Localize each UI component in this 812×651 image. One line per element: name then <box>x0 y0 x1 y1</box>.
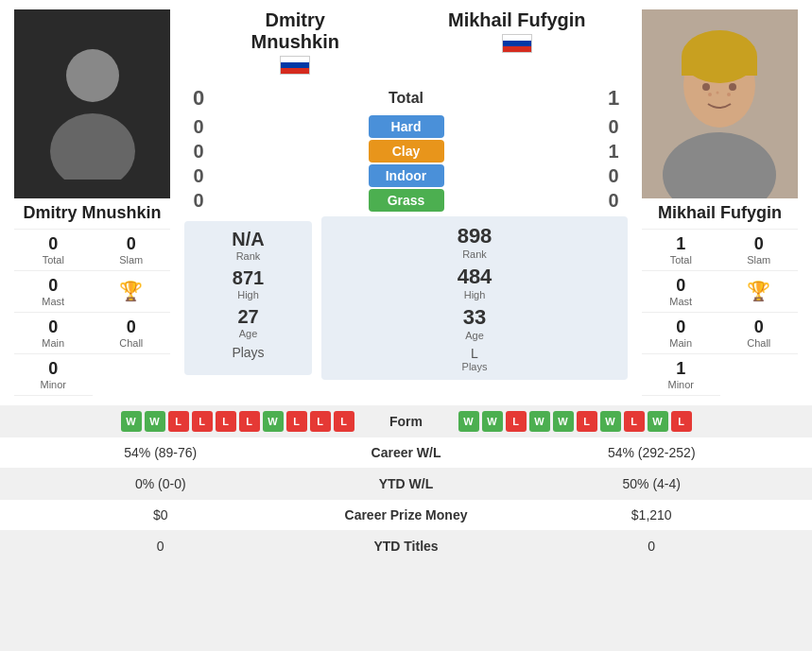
right-form: W W L W W L W L W L <box>449 411 803 432</box>
right-main-stat: 0 Main <box>642 313 720 354</box>
form-badge: W <box>482 411 503 432</box>
right-rank-card: 898 Rank 484 High 33 Age L Plays <box>321 216 628 380</box>
hard-badge: Hard <box>369 115 444 138</box>
surface-rows: 0 Hard 0 0 Clay 1 0 Indoor 0 0 Grass <box>175 115 637 212</box>
left-form: W W L L L L W L L L <box>9 411 364 432</box>
right-player-name: Mikhail Fufygin <box>642 198 798 229</box>
right-player-photo <box>642 9 798 198</box>
left-trophy-cell: 🏆 <box>93 271 171 313</box>
right-mast-stat: 0 Mast <box>642 271 720 313</box>
right-flag-icon <box>502 34 532 53</box>
right-player-stats: 1 Total 0 Slam 0 Mast 🏆 0 Main <box>642 229 798 396</box>
trophy-icon: 🏆 <box>119 280 143 302</box>
left-chall-stat: 0 Chall <box>93 313 171 354</box>
right-player-col: Mikhail Fufygin 1 Total 0 Slam 0 Mast 🏆 <box>637 9 803 396</box>
career-wl-row: 54% (89-76) Career W/L 54% (292-252) <box>0 437 812 469</box>
left-main-stat: 0 Main <box>14 313 93 354</box>
right-plays: L <box>329 346 620 361</box>
right-chall-stat: 0 Chall <box>720 313 799 354</box>
right-total-stat: 1 Total <box>642 230 720 271</box>
svg-point-8 <box>702 83 710 91</box>
surface-grass-row: 0 Grass 0 <box>184 189 628 212</box>
center-col: Dmitry Mnushkin Mikhail Fufygin 0 <box>175 9 637 385</box>
svg-point-12 <box>717 92 719 94</box>
svg-point-11 <box>727 93 731 96</box>
right-minor-stat: 1 Minor <box>642 354 720 396</box>
left-player-photo <box>14 9 170 198</box>
left-player-col: Dmitry Mnushkin 0 Total 0 Slam 0 Mast 🏆 <box>9 9 175 396</box>
comparison-container: Dmitry Mnushkin 0 Total 0 Slam 0 Mast 🏆 <box>0 0 812 562</box>
right-flag <box>406 34 629 57</box>
right-slam-stat: 0 Slam <box>720 230 799 271</box>
total-row: 0 Total 1 <box>175 86 637 111</box>
right-trophy-cell: 🏆 <box>720 271 799 313</box>
form-label: Form <box>369 414 444 429</box>
form-badge: L <box>577 411 597 432</box>
left-flag <box>184 56 406 78</box>
form-badge: L <box>168 411 189 432</box>
right-trophy-icon: 🏆 <box>747 280 770 302</box>
form-badge: W <box>458 411 479 432</box>
left-player-stats: 0 Total 0 Slam 0 Mast 🏆 0 Main <box>14 229 170 396</box>
left-player-name: Dmitry Mnushkin <box>14 198 170 229</box>
main-row: Dmitry Mnushkin 0 Total 0 Slam 0 Mast 🏆 <box>0 0 812 405</box>
names-row: Dmitry Mnushkin Mikhail Fufygin <box>175 9 637 81</box>
form-section: W W L L L L W L L L Form W W L W W L W L… <box>0 405 812 437</box>
surface-indoor-row: 0 Indoor 0 <box>184 164 628 187</box>
form-badge: L <box>310 411 331 432</box>
svg-point-9 <box>729 83 736 91</box>
left-rank-card: N/A Rank 871 High 27 Age Plays <box>184 221 312 375</box>
form-badge: W <box>263 411 284 432</box>
svg-point-10 <box>708 93 712 96</box>
grass-badge: Grass <box>369 189 444 212</box>
left-flag-icon <box>280 56 310 75</box>
form-badge: L <box>192 411 213 432</box>
left-mast-stat: 0 Mast <box>14 271 93 313</box>
indoor-badge: Indoor <box>369 164 444 187</box>
left-slam-stat: 0 Slam <box>93 230 171 271</box>
left-name-header: Dmitry Mnushkin <box>184 9 406 81</box>
form-badge: W <box>121 411 142 432</box>
form-badge: W <box>145 411 165 432</box>
form-badge: W <box>600 411 621 432</box>
titles-row: 0 YTD Titles 0 <box>0 531 812 562</box>
form-badge: L <box>334 411 354 432</box>
svg-rect-7 <box>682 57 757 76</box>
surface-clay-row: 0 Clay 1 <box>184 140 628 163</box>
left-minor-stat: 0 Minor <box>14 354 93 396</box>
form-badge: L <box>624 411 645 432</box>
form-badge: L <box>239 411 260 432</box>
form-badge: L <box>216 411 236 432</box>
right-name-header: Mikhail Fufygin <box>406 9 629 60</box>
surface-hard-row: 0 Hard 0 <box>184 115 628 138</box>
form-badge: W <box>553 411 574 432</box>
form-badge: W <box>648 411 668 432</box>
prize-row: $0 Career Prize Money $1,210 <box>0 500 812 531</box>
clay-badge: Clay <box>369 140 444 163</box>
form-badge: L <box>286 411 307 432</box>
form-badge: L <box>671 411 692 432</box>
form-badge: W <box>529 411 550 432</box>
left-total-stat: 0 Total <box>14 230 93 271</box>
svg-point-1 <box>66 49 119 102</box>
form-badge: L <box>506 411 527 432</box>
ytd-wl-row: 0% (0-0) YTD W/L 50% (4-4) <box>0 469 812 500</box>
